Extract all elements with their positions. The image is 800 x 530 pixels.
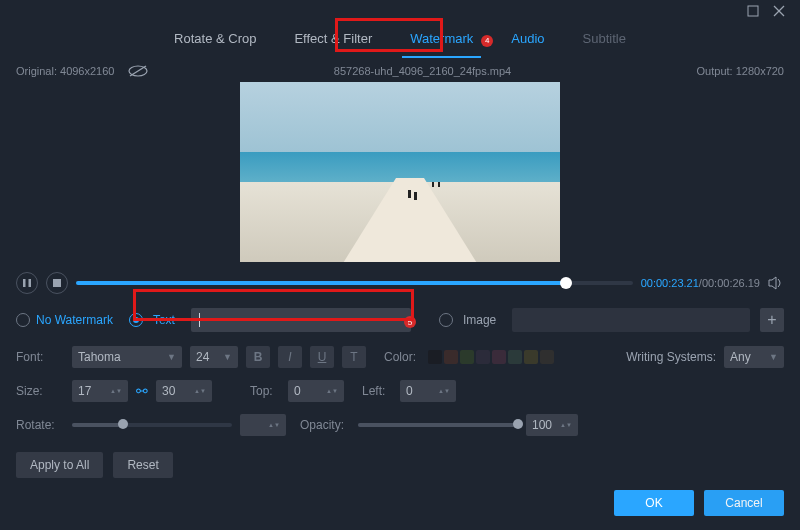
footer-buttons: OK Cancel bbox=[614, 490, 784, 516]
font-family-dropdown[interactable]: Tahoma▼ bbox=[72, 346, 182, 368]
left-spinner[interactable]: 0▲▼ bbox=[400, 380, 456, 402]
close-button[interactable] bbox=[766, 2, 792, 20]
font-size-dropdown[interactable]: 24▼ bbox=[190, 346, 238, 368]
color-swatch[interactable] bbox=[524, 350, 538, 364]
svg-rect-7 bbox=[53, 279, 61, 287]
info-row: Original: 4096x2160 857268-uhd_4096_2160… bbox=[0, 54, 800, 82]
image-mode-label: Image bbox=[463, 313, 496, 327]
tab-watermark-label: Watermark bbox=[410, 31, 473, 46]
editor-window: Rotate & Crop Effect & Filter Watermark … bbox=[0, 0, 800, 530]
color-label: Color: bbox=[384, 350, 420, 364]
svg-rect-6 bbox=[29, 279, 32, 287]
reset-button[interactable]: Reset bbox=[113, 452, 172, 478]
titlebar bbox=[0, 0, 800, 22]
color-swatch[interactable] bbox=[428, 350, 442, 364]
font-family-value: Tahoma bbox=[78, 350, 121, 364]
text-mode-label: Text bbox=[153, 313, 175, 327]
color-swatch[interactable] bbox=[508, 350, 522, 364]
original-resolution: Original: 4096x2160 bbox=[16, 65, 114, 77]
color-swatch[interactable] bbox=[492, 350, 506, 364]
apply-to-all-button[interactable]: Apply to All bbox=[16, 452, 103, 478]
radio-image[interactable] bbox=[439, 313, 453, 327]
writing-systems-label: Writing Systems: bbox=[626, 350, 716, 364]
size-height-spinner[interactable]: 30▲▼ bbox=[156, 380, 212, 402]
color-swatch[interactable] bbox=[540, 350, 554, 364]
left-value: 0 bbox=[406, 384, 413, 398]
watermark-mode-row: No Watermark Text 5 Image + bbox=[0, 300, 800, 340]
svg-rect-0 bbox=[748, 6, 758, 16]
visibility-toggle-icon[interactable] bbox=[128, 64, 148, 78]
font-label: Font: bbox=[16, 350, 64, 364]
color-swatch[interactable] bbox=[444, 350, 458, 364]
watermark-image-path[interactable] bbox=[512, 308, 750, 332]
time-current: 00:00:23.21 bbox=[641, 277, 699, 289]
playback-bar: 00:00:23.21/00:00:26.19 bbox=[0, 262, 800, 300]
opacity-label: Opacity: bbox=[300, 418, 350, 432]
rotate-spinner[interactable]: ▲▼ bbox=[240, 414, 286, 436]
opacity-spinner[interactable]: 100▲▼ bbox=[526, 414, 578, 436]
top-value: 0 bbox=[294, 384, 301, 398]
left-label: Left: bbox=[362, 384, 392, 398]
minimize-button[interactable] bbox=[740, 2, 766, 20]
writing-systems-dropdown[interactable]: Any▼ bbox=[724, 346, 784, 368]
top-spinner[interactable]: 0▲▼ bbox=[288, 380, 344, 402]
volume-icon[interactable] bbox=[768, 276, 784, 290]
font-row: Font: Tahoma▼ 24▼ B I U T Color: Writing… bbox=[0, 340, 800, 374]
radio-no-watermark[interactable]: No Watermark bbox=[16, 313, 119, 327]
tab-effect-filter[interactable]: Effect & Filter bbox=[290, 25, 376, 52]
color-swatch[interactable] bbox=[460, 350, 474, 364]
font-size-value: 24 bbox=[196, 350, 209, 364]
action-row: Apply to All Reset bbox=[0, 442, 800, 488]
no-watermark-label: No Watermark bbox=[36, 313, 113, 327]
output-resolution: Output: 1280x720 bbox=[697, 65, 784, 77]
size-width-value: 17 bbox=[78, 384, 91, 398]
tab-watermark[interactable]: Watermark 4 bbox=[406, 25, 477, 52]
color-swatch[interactable] bbox=[476, 350, 490, 364]
color-swatches bbox=[428, 350, 554, 364]
filename-label: 857268-uhd_4096_2160_24fps.mp4 bbox=[148, 65, 696, 77]
tab-audio[interactable]: Audio bbox=[507, 25, 548, 52]
size-width-spinner[interactable]: 17▲▼ bbox=[72, 380, 128, 402]
opacity-value: 100 bbox=[532, 418, 552, 432]
italic-button[interactable]: I bbox=[278, 346, 302, 368]
bold-button[interactable]: B bbox=[246, 346, 270, 368]
tab-bar: Rotate & Crop Effect & Filter Watermark … bbox=[0, 22, 800, 54]
video-preview[interactable] bbox=[240, 82, 560, 262]
writing-systems-value: Any bbox=[730, 350, 751, 364]
badge-watermark: 4 bbox=[481, 35, 493, 47]
time-duration: 00:00:26.19 bbox=[702, 277, 760, 289]
watermark-text-input[interactable] bbox=[191, 308, 411, 332]
ok-button[interactable]: OK bbox=[614, 490, 694, 516]
rotate-label: Rotate: bbox=[16, 418, 64, 432]
pause-button[interactable] bbox=[16, 272, 38, 294]
tab-subtitle[interactable]: Subtitle bbox=[579, 25, 630, 52]
timecode: 00:00:23.21/00:00:26.19 bbox=[641, 277, 760, 289]
add-image-button[interactable]: + bbox=[760, 308, 784, 332]
opacity-slider[interactable] bbox=[358, 423, 518, 427]
size-label: Size: bbox=[16, 384, 64, 398]
badge-text: 5 bbox=[404, 316, 416, 328]
rotate-row: Rotate: ▲▼ Opacity: 100▲▼ bbox=[0, 408, 800, 442]
svg-rect-5 bbox=[23, 279, 26, 287]
radio-text[interactable] bbox=[129, 313, 143, 327]
tab-rotate-crop[interactable]: Rotate & Crop bbox=[170, 25, 260, 52]
underline-button[interactable]: U bbox=[310, 346, 334, 368]
link-aspect-icon[interactable]: ⚯ bbox=[136, 383, 148, 399]
stop-button[interactable] bbox=[46, 272, 68, 294]
size-row: Size: 17▲▼ ⚯ 30▲▼ Top: 0▲▼ Left: 0▲▼ bbox=[0, 374, 800, 408]
preview-area bbox=[0, 82, 800, 262]
top-label: Top: bbox=[250, 384, 280, 398]
progress-bar[interactable] bbox=[76, 281, 633, 285]
strike-button[interactable]: T bbox=[342, 346, 366, 368]
size-height-value: 30 bbox=[162, 384, 175, 398]
svg-marker-8 bbox=[769, 277, 776, 289]
cancel-button[interactable]: Cancel bbox=[704, 490, 784, 516]
rotate-slider[interactable] bbox=[72, 423, 232, 427]
